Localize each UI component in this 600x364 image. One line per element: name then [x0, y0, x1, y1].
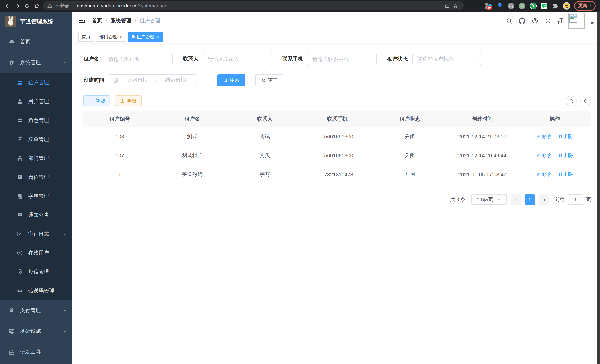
- sidebar-item-部门管理[interactable]: 部门管理: [0, 149, 72, 168]
- github-icon[interactable]: [518, 17, 526, 25]
- search-icon[interactable]: [505, 17, 513, 25]
- next-page-button[interactable]: [539, 195, 549, 205]
- edit-label: 修改: [542, 133, 552, 140]
- sidebar-item-字典管理[interactable]: 字典管理: [0, 187, 72, 205]
- help-icon[interactable]: [531, 17, 539, 25]
- edit-button[interactable]: 修改: [536, 152, 552, 159]
- extension-balloon-icon[interactable]: [496, 2, 504, 9]
- tab-租户管理[interactable]: 租户管理×: [128, 32, 163, 42]
- breadcrumb-home[interactable]: 首页: [92, 18, 103, 24]
- back-icon[interactable]: [3, 1, 13, 10]
- sidebar-item-支付管理[interactable]: ¥支付管理: [0, 300, 72, 321]
- date-separator: -: [155, 77, 158, 83]
- table-cell: 17321315478: [301, 165, 374, 184]
- add-button[interactable]: 新增: [84, 95, 110, 106]
- export-button[interactable]: 导出: [115, 95, 142, 106]
- breadcrumb-system[interactable]: 系统管理: [111, 18, 131, 24]
- sidebar-item-label: 短信管理: [28, 269, 63, 275]
- tenant-name-input[interactable]: [103, 53, 173, 65]
- tab-label: 首页: [82, 34, 91, 40]
- refresh-icon: [261, 78, 266, 83]
- contact-input[interactable]: [203, 53, 272, 65]
- sidebar-item-label: 审计日志: [28, 231, 63, 237]
- dept-tree-icon: [16, 155, 23, 162]
- sidebar-item-通知公告[interactable]: 通知公告: [0, 205, 72, 224]
- search-icon: [223, 78, 228, 83]
- sidebar-item-租户管理[interactable]: 租户管理: [0, 73, 72, 92]
- extension-record-icon[interactable]: [518, 2, 526, 9]
- delete-button[interactable]: 删除: [558, 171, 574, 178]
- bookmark-star-icon[interactable]: [451, 2, 459, 10]
- sidebar-item-岗位管理[interactable]: 岗位管理: [0, 168, 72, 187]
- extension-badge-icon[interactable]: 10: [485, 2, 492, 9]
- chevron-down-icon: [63, 350, 67, 354]
- font-size-icon[interactable]: TT: [557, 17, 563, 25]
- url-divider: [73, 3, 73, 8]
- table-cell: 秃头: [229, 146, 301, 165]
- edit-button[interactable]: 修改: [536, 171, 552, 178]
- sidebar-item-审计日志[interactable]: 审计日志: [0, 224, 72, 243]
- table-body: 108测试测试15601691300关闭2021-12-14 21:02:09修…: [84, 127, 591, 184]
- avatar-dropdown-icon[interactable]: [590, 22, 594, 25]
- tab-首页[interactable]: 首页: [78, 32, 94, 42]
- reset-button[interactable]: 重置: [255, 74, 283, 86]
- sidebar-logo-row[interactable]: 芋道管理系统: [0, 11, 72, 32]
- browser-menu-icon[interactable]: [590, 3, 591, 8]
- tags-view: 首页部门管理×租户管理×: [72, 30, 600, 43]
- share-icon[interactable]: [443, 2, 451, 10]
- chrome-update-button[interactable]: 更新: [574, 1, 596, 10]
- search-button[interactable]: 搜索: [217, 74, 245, 86]
- infra-icon: [8, 328, 15, 335]
- extension-chat-icon[interactable]: [541, 2, 548, 9]
- prev-page-button[interactable]: [511, 195, 521, 205]
- pagination-total: 共 3 条: [450, 196, 465, 203]
- sidebar-item-用户管理[interactable]: 用户管理: [0, 92, 72, 111]
- contact-label: 联系人: [183, 56, 198, 62]
- sidebar-item-菜单管理[interactable]: 菜单管理: [0, 130, 72, 149]
- edit-label: 修改: [542, 171, 552, 178]
- tab-部门管理[interactable]: 部门管理×: [96, 32, 126, 42]
- browser-toolbar: 不安全 dashboard.yudao.iocoder.cn/system/te…: [0, 0, 600, 11]
- extension-command-icon[interactable]: [507, 2, 515, 9]
- window-scrollbar[interactable]: [597, 11, 600, 364]
- sidebar-collapse-icon[interactable]: [78, 17, 86, 25]
- fullscreen-icon[interactable]: [544, 17, 552, 25]
- close-icon[interactable]: ×: [157, 34, 159, 39]
- forward-icon[interactable]: [13, 1, 22, 10]
- delete-button[interactable]: 删除: [558, 152, 574, 159]
- extension-y-icon[interactable]: [529, 2, 537, 9]
- sidebar-item-在线用户[interactable]: 在线用户: [0, 243, 72, 262]
- mobile-input[interactable]: [308, 53, 377, 65]
- toggle-search-icon[interactable]: [566, 95, 577, 106]
- delete-button[interactable]: 删除: [558, 133, 574, 140]
- profile-avatar-icon[interactable]: [563, 2, 570, 9]
- sidebar-item-label: 错误码管理: [28, 287, 67, 294]
- end-date-placeholder: 结束日期: [158, 77, 193, 84]
- status-select[interactable]: 请选择租户状态: [412, 53, 481, 65]
- extensions-puzzle-icon[interactable]: [552, 2, 559, 9]
- sidebar-item-基础设施[interactable]: 基础设施: [0, 321, 72, 342]
- security-label[interactable]: 不安全: [55, 2, 69, 9]
- user-avatar[interactable]: [568, 13, 585, 28]
- sidebar-item-短信管理[interactable]: 短信管理: [0, 262, 72, 281]
- home-icon[interactable]: [32, 1, 42, 10]
- sidebar-item-系统管理[interactable]: 系统管理: [0, 52, 72, 73]
- table-cell: 108: [84, 127, 156, 146]
- edit-button[interactable]: 修改: [536, 133, 552, 140]
- sidebar-item-首页[interactable]: 首页: [0, 32, 72, 52]
- url-bar[interactable]: 不安全 dashboard.yudao.iocoder.cn/system/te…: [43, 1, 464, 10]
- reload-icon[interactable]: [22, 1, 32, 10]
- url-host: dashboard.yudao.iocoder.cn: [77, 3, 138, 9]
- page-size-select[interactable]: 10条/页: [471, 195, 507, 205]
- sidebar-item-错误码管理[interactable]: </>错误码管理: [0, 281, 72, 300]
- table-cell: 关闭: [374, 146, 446, 165]
- goto-page-input[interactable]: [568, 195, 583, 205]
- date-range-picker[interactable]: 开始日期 - 结束日期: [109, 74, 197, 86]
- page-number-current[interactable]: 1: [525, 195, 535, 205]
- close-icon[interactable]: ×: [120, 34, 123, 39]
- sidebar-item-label: 基础设施: [20, 328, 63, 335]
- refresh-table-icon[interactable]: [580, 95, 591, 106]
- sidebar-item-角色管理[interactable]: 角色管理: [0, 111, 72, 130]
- sidebar-item-研发工具[interactable]: 研发工具: [0, 342, 72, 363]
- table-toolbar: 新增 导出: [84, 95, 591, 106]
